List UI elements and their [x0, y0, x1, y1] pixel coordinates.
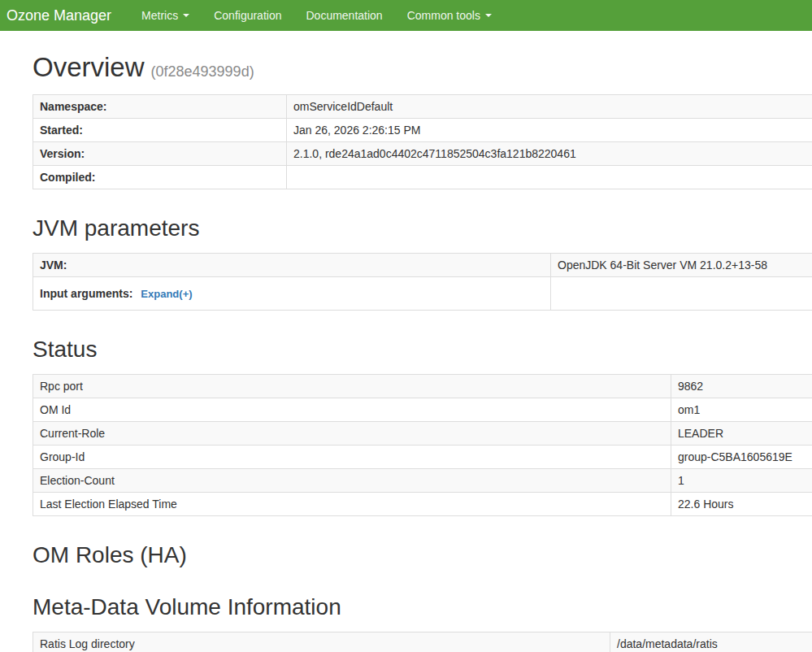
jvm-table: JVM: OpenJDK 64-Bit Server VM 21.0.2+13-…: [33, 253, 812, 311]
main-content: Overview(0f28e493999d) Namespace: omServ…: [0, 52, 812, 652]
chevron-down-icon: [485, 14, 492, 17]
row-label: Group-Id: [33, 446, 671, 469]
table-row: Input arguments:Expand(+): [33, 277, 812, 311]
nav-item-configuration[interactable]: Configuration: [202, 0, 293, 31]
row-label-cell: Input arguments:Expand(+): [33, 277, 551, 311]
nav-item-metrics[interactable]: Metrics: [129, 0, 202, 31]
metadata-volume-section-title: Meta-Data Volume Information: [33, 594, 812, 620]
row-value: omServiceIdDefault: [287, 95, 812, 119]
table-row: Started: Jan 26, 2026 2:26:15 PM: [33, 119, 812, 142]
navbar: Ozone Manager Metrics Configuration Docu…: [0, 0, 812, 31]
row-value: Jan 26, 2026 2:26:15 PM: [287, 119, 812, 142]
row-label: Namespace:: [33, 95, 287, 119]
row-label: Input arguments:: [40, 287, 132, 300]
nav-item-label: Documentation: [306, 9, 382, 22]
status-section-title: Status: [33, 337, 812, 363]
table-row: Ratis Log directory /data/metadata/ratis: [33, 632, 812, 652]
row-value: OpenJDK 64-Bit Server VM 21.0.2+13-58: [551, 254, 812, 277]
nav-item-label: Metrics: [141, 9, 178, 22]
row-value: /data/metadata/ratis: [610, 632, 812, 652]
row-label: OM Id: [33, 398, 671, 422]
row-value: 1: [671, 469, 812, 493]
row-label: Rpc port: [33, 375, 671, 398]
row-label: Last Election Elapsed Time: [33, 493, 671, 516]
row-value: 9862: [671, 375, 812, 398]
table-row: Current-Role LEADER: [33, 422, 812, 446]
nav-item-common-tools[interactable]: Common tools: [395, 0, 504, 31]
table-row: Group-Id group-C5BA1605619E: [33, 446, 812, 469]
row-value: group-C5BA1605619E: [671, 446, 812, 469]
table-row: JVM: OpenJDK 64-Bit Server VM 21.0.2+13-…: [33, 254, 812, 277]
table-row: Rpc port 9862: [33, 375, 812, 398]
chevron-down-icon: [183, 14, 189, 17]
row-value: 22.6 Hours: [671, 493, 812, 516]
table-row: Namespace: omServiceIdDefault: [33, 95, 812, 119]
row-label: Election-Count: [33, 469, 671, 493]
overview-table: Namespace: omServiceIdDefault Started: J…: [33, 94, 812, 189]
table-row: Last Election Elapsed Time 22.6 Hours: [33, 493, 812, 516]
row-label: Started:: [33, 119, 287, 142]
table-row: OM Id om1: [33, 398, 812, 422]
nav-item-label: Common tools: [407, 9, 480, 22]
jvm-section-title: JVM parameters: [33, 215, 812, 241]
status-table: Rpc port 9862 OM Id om1 Current-Role LEA…: [33, 374, 812, 516]
table-row: Version: 2.1.0, rde24a1ad0c4402c47118525…: [33, 142, 812, 166]
om-roles-section-title: OM Roles (HA): [33, 542, 812, 568]
row-value: [551, 277, 812, 311]
container-id: (0f28e493999d): [151, 63, 254, 80]
row-label: Current-Role: [33, 422, 671, 446]
row-value: 2.1.0, rde24a1ad0c4402c4711852504c3fa121…: [287, 142, 812, 166]
row-label: Version:: [33, 142, 287, 166]
row-label: JVM:: [33, 254, 551, 277]
nav-item-label: Configuration: [214, 9, 281, 22]
page-title: Overview(0f28e493999d): [33, 52, 812, 83]
metadata-volume-table: Ratis Log directory /data/metadata/ratis…: [33, 632, 812, 652]
row-value: om1: [671, 398, 812, 422]
table-row: Compiled:: [33, 166, 812, 189]
row-label: Ratis Log directory: [33, 632, 610, 652]
row-value: [287, 166, 812, 189]
nav-item-documentation[interactable]: Documentation: [293, 0, 394, 31]
brand-link[interactable]: Ozone Manager: [7, 0, 119, 31]
navbar-menu: Metrics Configuration Documentation Comm…: [129, 0, 504, 31]
table-row: Election-Count 1: [33, 469, 812, 493]
row-value: LEADER: [671, 422, 812, 446]
row-label: Compiled:: [33, 166, 287, 189]
overview-title: Overview: [33, 52, 145, 82]
expand-arguments-link[interactable]: Expand(+): [141, 288, 192, 300]
